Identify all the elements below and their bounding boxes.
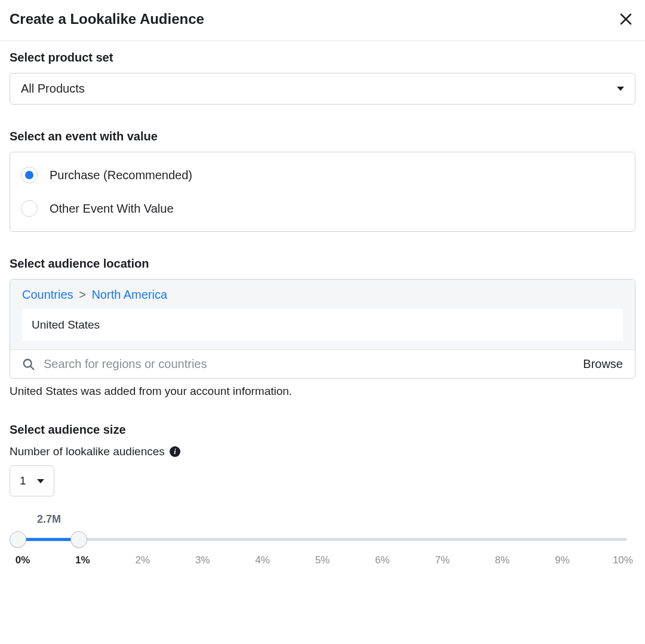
event-option-purchase[interactable]: Purchase (Recommended) (21, 158, 624, 192)
event-radio-group: Purchase (Recommended) Other Event With … (10, 152, 635, 232)
slider-handle-low[interactable] (10, 531, 26, 548)
slider-ticks: 0% 1% 2% 3% 4% 5% 6% 7% 8% 9% 10% (10, 554, 635, 566)
dialog-header: Create a Lookalike Audience (0, 0, 645, 41)
location-label: Select audience location (10, 257, 635, 271)
count-label-row: Number of lookalike audiences i (10, 445, 635, 458)
event-label: Select an event with value (10, 130, 635, 143)
tick-10: 10% (613, 554, 632, 566)
radio-indicator (21, 167, 38, 183)
section-event: Select an event with value Purchase (Rec… (10, 130, 635, 232)
caret-down-icon (617, 87, 624, 91)
tick-1: 1% (73, 554, 92, 566)
event-option-label: Purchase (Recommended) (50, 168, 192, 182)
tick-4: 4% (253, 554, 272, 566)
close-button[interactable] (616, 10, 635, 29)
product-set-label: Select product set (10, 51, 635, 65)
tick-2: 2% (133, 554, 152, 566)
count-value: 1 (20, 474, 26, 487)
product-set-dropdown[interactable]: All Products (10, 73, 635, 105)
product-set-selected: All Products (21, 82, 85, 96)
tick-7: 7% (433, 554, 452, 566)
location-search-input[interactable] (44, 357, 575, 371)
size-label: Select audience size (10, 423, 635, 437)
info-icon[interactable]: i (170, 446, 180, 457)
section-location: Select audience location Countries > Nor… (10, 257, 635, 398)
location-search-row: Browse (10, 349, 635, 378)
search-icon (22, 358, 35, 371)
location-breadcrumb-area: Countries > North America United States (10, 280, 635, 349)
location-chip-text: United States (32, 318, 100, 331)
count-dropdown[interactable]: 1 (10, 465, 54, 496)
event-option-other[interactable]: Other Event With Value (21, 192, 624, 225)
slider-track-container[interactable] (18, 530, 627, 548)
event-option-label: Other Event With Value (50, 202, 174, 216)
caret-down-icon (37, 479, 44, 483)
location-box: Countries > North America United States … (10, 279, 635, 379)
section-size: Select audience size Number of lookalike… (10, 423, 635, 566)
close-icon (619, 12, 633, 26)
breadcrumb-separator: > (79, 288, 86, 301)
slider-handle-high[interactable] (70, 531, 87, 548)
dialog-content: Select product set All Products Select a… (0, 41, 645, 582)
slider-value-label: 2.7M (37, 513, 635, 526)
slider-track (18, 538, 627, 541)
location-chip[interactable]: United States (22, 309, 623, 341)
tick-0: 0% (13, 554, 32, 566)
section-product-set: Select product set All Products (10, 51, 635, 105)
tick-3: 3% (193, 554, 212, 566)
radio-indicator (21, 200, 38, 217)
slider-fill (18, 538, 79, 541)
browse-link[interactable]: Browse (583, 357, 623, 371)
count-label: Number of lookalike audiences (10, 445, 165, 458)
tick-8: 8% (493, 554, 512, 566)
breadcrumb-countries[interactable]: Countries (22, 288, 73, 301)
tick-9: 9% (553, 554, 572, 566)
dialog-title: Create a Lookalike Audience (10, 11, 204, 27)
svg-line-3 (30, 366, 34, 369)
breadcrumb-region[interactable]: North America (91, 288, 167, 301)
size-slider: 2.7M 0% 1% 2% 3% 4% 5% 6% 7% 8% 9% 10% (10, 513, 635, 566)
location-breadcrumb: Countries > North America (22, 288, 623, 302)
location-helper-text: United States was added from your accoun… (10, 385, 635, 398)
tick-5: 5% (313, 554, 332, 566)
tick-6: 6% (373, 554, 392, 566)
